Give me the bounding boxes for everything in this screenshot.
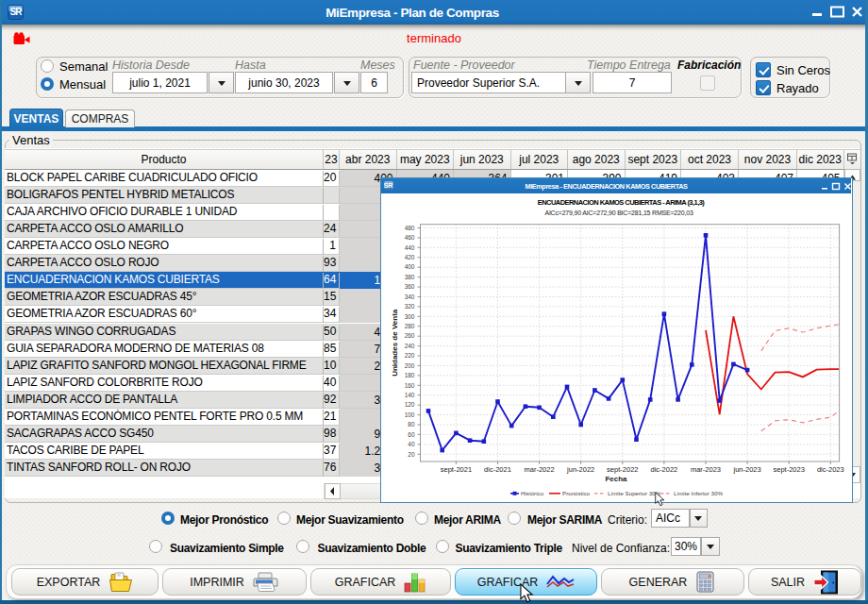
- svg-text:Unidades de Venta: Unidades de Venta: [391, 309, 399, 377]
- svg-text:Histórico: Histórico: [521, 490, 544, 496]
- svg-text:300: 300: [404, 313, 414, 320]
- svg-text:dic-2021: dic-2021: [484, 465, 511, 474]
- svg-text:Pronóstico: Pronóstico: [562, 490, 591, 496]
- svg-text:380: 380: [404, 274, 414, 280]
- svg-text:Fecha: Fecha: [605, 475, 627, 483]
- svg-text:240: 240: [404, 343, 414, 349]
- svg-text:jun-2022: jun-2022: [566, 465, 594, 474]
- svg-text:Límite Superior 30%: Límite Superior 30%: [608, 490, 661, 496]
- svg-text:20: 20: [408, 451, 415, 458]
- svg-text:mar-2023: mar-2023: [690, 465, 720, 474]
- svg-text:480: 480: [404, 225, 414, 231]
- svg-text:140: 140: [404, 392, 414, 398]
- svg-text:460: 460: [404, 234, 414, 241]
- svg-text:120: 120: [404, 401, 414, 408]
- svg-text:Límite Inferior 30%: Límite Inferior 30%: [674, 490, 723, 496]
- svg-text:320: 320: [404, 303, 414, 310]
- svg-text:dic-2022: dic-2022: [650, 465, 677, 474]
- svg-text:260: 260: [404, 332, 414, 339]
- svg-text:400: 400: [404, 263, 414, 270]
- svg-text:100: 100: [404, 411, 414, 418]
- svg-text:60: 60: [408, 431, 415, 438]
- svg-text:sept-2023: sept-2023: [773, 465, 804, 474]
- svg-text:sept-2021: sept-2021: [440, 465, 471, 474]
- svg-text:AICc=279,90 AIC=272,90 BIC=281: AICc=279,90 AIC=272,90 BIC=281,15 RMSE=2…: [544, 210, 693, 216]
- svg-text:360: 360: [404, 283, 414, 290]
- svg-text:440: 440: [404, 244, 414, 251]
- svg-text:ENCUADERNACION KAMOS CUBIERTAS: ENCUADERNACION KAMOS CUBIERTAS - ARIMA (…: [537, 198, 705, 207]
- svg-text:mar-2022: mar-2022: [524, 465, 554, 474]
- svg-text:420: 420: [404, 254, 414, 260]
- svg-text:160: 160: [404, 382, 414, 389]
- svg-text:jun-2023: jun-2023: [732, 465, 760, 474]
- svg-text:dic-2023: dic-2023: [816, 465, 843, 474]
- svg-text:sept-2022: sept-2022: [607, 465, 638, 474]
- svg-text:340: 340: [404, 294, 414, 300]
- svg-text:40: 40: [408, 441, 415, 447]
- svg-text:220: 220: [404, 352, 414, 359]
- svg-text:280: 280: [404, 323, 414, 329]
- svg-text:200: 200: [404, 362, 414, 369]
- svg-text:80: 80: [408, 421, 415, 428]
- svg-text:180: 180: [404, 372, 414, 378]
